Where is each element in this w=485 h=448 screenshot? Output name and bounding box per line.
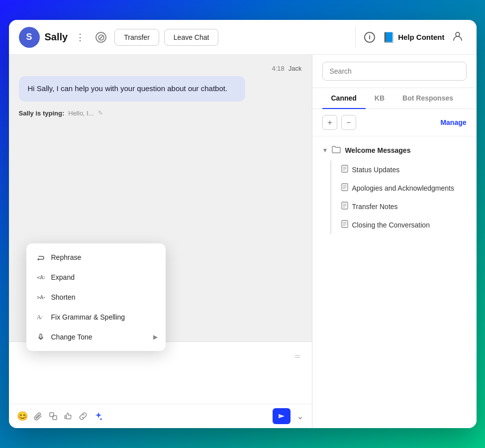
doc-icon-1 [341, 183, 348, 193]
svg-rect-9 [65, 416, 66, 419]
thumbsup-icon[interactable] [64, 412, 73, 421]
attach-icon[interactable] [34, 412, 43, 421]
profile-button[interactable] [449, 28, 467, 46]
change-tone-icon [36, 333, 45, 341]
shorten-label: Shorten [51, 293, 76, 301]
tab-canned[interactable]: Canned [322, 88, 366, 109]
chat-header: S Sally ⋮ ⊘ Transfer Leave Chat i 📘 Help… [9, 20, 477, 55]
tree-item-label-2: Transfer Notes [352, 203, 398, 211]
doc-icon-2 [341, 202, 348, 211]
typing-indicator: Sally is typing: Hello, I... ✎ [19, 110, 302, 117]
tree-item-label-3: Closing the Conversation [352, 221, 430, 229]
context-menu-item-shorten[interactable]: >A< Shorten [26, 287, 166, 307]
header-left: S Sally ⋮ ⊘ Transfer Leave Chat [19, 27, 351, 48]
message-meta-row: 4:18 Jack [19, 65, 302, 72]
tabs-row: Canned KB Bot Responses [312, 88, 477, 109]
message-sender: Jack [289, 65, 302, 72]
context-menu-item-fix-grammar[interactable]: A/ Fix Grammar & Spelling [26, 307, 166, 327]
app-container: S Sally ⋮ ⊘ Transfer Leave Chat i 📘 Help… [9, 20, 477, 428]
doc-icon-3 [341, 220, 348, 229]
shorten-icon: >A< [36, 293, 45, 301]
tree-item-label-0: Status Updates [352, 166, 400, 174]
canned-tree: ▼ Welcome Messages [312, 136, 477, 428]
resize-icon [293, 352, 302, 363]
block-icon: ⊘ [96, 32, 106, 43]
context-menu-item-rephrase[interactable]: Rephrase [26, 247, 166, 267]
context-menu: Rephrase <A> Expand >A< [26, 243, 166, 351]
chat-toolbar: 😊 [9, 404, 312, 428]
main-content: 4:18 Jack Hi Sally, I can help you with … [9, 55, 477, 428]
tab-bot-responses[interactable]: Bot Responses [393, 88, 462, 109]
header-right: i 📘 Help Content [361, 28, 466, 46]
fix-grammar-icon: A/ [36, 313, 45, 321]
folder-icon [332, 145, 341, 155]
translate-icon[interactable] [49, 412, 58, 421]
avatar: S [19, 27, 40, 48]
send-button[interactable] [273, 408, 291, 424]
remove-canned-button[interactable]: － [341, 115, 356, 130]
user-name: Sally [45, 31, 68, 43]
svg-text:>A<: >A< [37, 294, 45, 301]
svg-text:A/: A/ [37, 314, 43, 321]
chat-input-area: 😊 [9, 341, 312, 428]
block-button[interactable]: ⊘ [93, 29, 109, 46]
change-tone-label: Change Tone [51, 333, 93, 341]
message-bubble: Hi Sally, I can help you with your quest… [19, 76, 245, 102]
minus-icon: － [345, 117, 353, 128]
chevron-down-icon: ⌄ [296, 411, 304, 421]
info-button[interactable]: i [361, 28, 379, 46]
right-panel: Canned KB Bot Responses ＋ － Manage [312, 55, 477, 428]
change-tone-arrow: ▶ [153, 334, 158, 340]
message-text: Hi Sally, I can help you with your quest… [28, 84, 228, 93]
rephrase-label: Rephrase [51, 253, 82, 261]
tree-item-status-updates[interactable]: Status Updates [331, 160, 477, 179]
emoji-icon[interactable]: 😊 [17, 411, 28, 422]
expand-label: Expand [51, 273, 75, 281]
folder-chevron-icon: ▼ [322, 147, 328, 154]
help-content-button[interactable]: 📘 Help Content [383, 31, 444, 43]
add-canned-button[interactable]: ＋ [322, 115, 337, 130]
folder-label: Welcome Messages [345, 146, 410, 154]
tree-item-label-1: Apologies and Acknowledgments [352, 184, 454, 192]
chat-panel: 4:18 Jack Hi Sally, I can help you with … [9, 55, 312, 428]
leave-chat-button[interactable]: Leave Chat [164, 29, 219, 46]
message-time: 4:18 [272, 65, 284, 72]
svg-text:<A>: <A> [37, 274, 45, 281]
plus-icon: ＋ [326, 117, 334, 128]
svg-point-0 [456, 32, 460, 36]
edit-typing-icon[interactable]: ✎ [98, 110, 103, 116]
help-content-label: Help Content [398, 33, 444, 41]
context-menu-item-change-tone[interactable]: Change Tone ▶ [26, 327, 166, 347]
more-options-icon: ⋮ [76, 32, 85, 43]
tree-items: Status Updates Apologies and Acknowledgm… [330, 160, 477, 234]
manage-link[interactable]: Manage [440, 118, 466, 126]
profile-icon [452, 30, 463, 44]
doc-icon-0 [341, 165, 348, 174]
chat-input[interactable] [9, 342, 312, 402]
typing-label: Sally is typing: [19, 110, 65, 117]
send-options-button[interactable]: ⌄ [296, 411, 304, 422]
search-input[interactable] [322, 62, 467, 81]
rephrase-icon [36, 253, 45, 261]
tree-item-transfer-notes[interactable]: Transfer Notes [331, 197, 477, 216]
tree-item-apologies[interactable]: Apologies and Acknowledgments [331, 179, 477, 197]
transfer-button[interactable]: Transfer [114, 29, 159, 46]
typing-preview: Hello, I... [68, 110, 94, 117]
fix-grammar-label: Fix Grammar & Spelling [51, 313, 125, 321]
link-icon[interactable] [79, 412, 88, 421]
ai-icon[interactable] [94, 411, 103, 421]
search-bar [312, 55, 477, 88]
more-options-button[interactable]: ⋮ [73, 29, 88, 46]
context-menu-item-expand[interactable]: <A> Expand [26, 267, 166, 287]
canned-toolbar: ＋ － Manage [312, 109, 477, 136]
book-icon: 📘 [383, 31, 395, 43]
header-divider [355, 27, 356, 47]
tree-folder-welcome[interactable]: ▼ Welcome Messages [312, 140, 477, 160]
expand-icon: <A> [36, 273, 45, 281]
info-icon: i [364, 32, 375, 43]
tab-kb[interactable]: KB [366, 88, 393, 109]
tree-item-closing[interactable]: Closing the Conversation [331, 216, 477, 234]
